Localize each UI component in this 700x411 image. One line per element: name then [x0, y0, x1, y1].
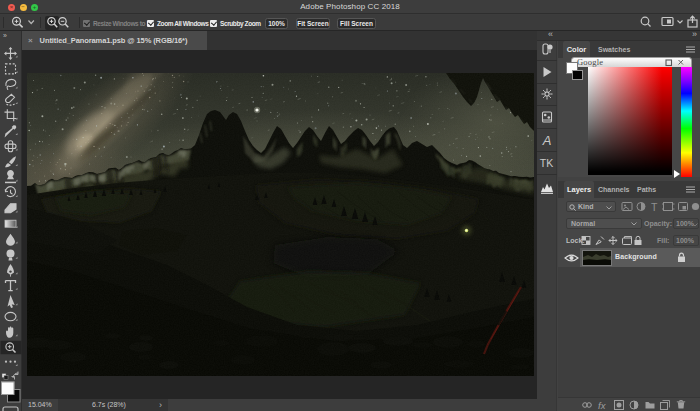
svg-text:TK: TK: [540, 157, 553, 169]
svg-text:»: »: [3, 32, 7, 39]
svg-text:T: T: [651, 201, 658, 213]
svg-text:A: A: [542, 133, 552, 148]
svg-text:fx: fx: [598, 400, 607, 411]
